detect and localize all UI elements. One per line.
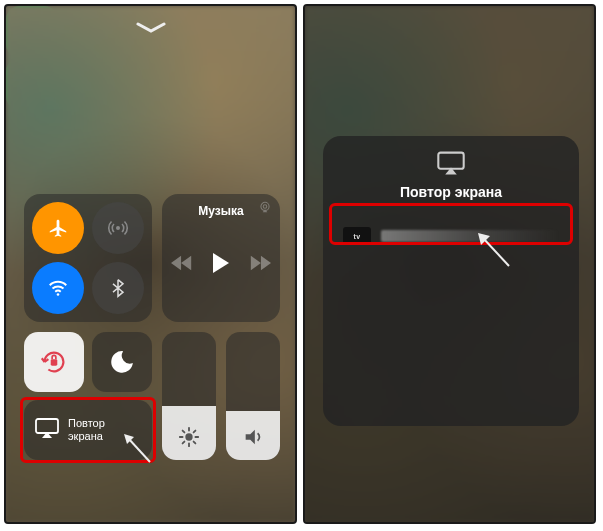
svg-line-10 [183,431,185,433]
bluetooth-toggle[interactable] [92,262,144,314]
volume-slider[interactable] [226,332,280,460]
bluetooth-icon [108,278,128,298]
play-button[interactable] [211,252,231,278]
orientation-lock-icon [39,347,69,377]
mirroring-device-row[interactable]: tv [337,218,565,254]
svg-point-2 [263,205,267,209]
phone-control-center: Музыка [4,4,297,524]
wifi-toggle[interactable] [32,262,84,314]
apple-tv-icon: tv [343,227,371,245]
svg-point-3 [261,202,269,210]
music-widget[interactable]: Музыка [162,194,280,322]
screen-mirroring-button[interactable]: Повтор экрана [24,400,152,460]
cellular-toggle[interactable] [92,202,144,254]
do-not-disturb-toggle[interactable] [92,332,152,392]
svg-line-11 [194,442,196,444]
svg-point-0 [116,226,120,230]
brightness-slider[interactable] [162,332,216,460]
airplay-video-icon [337,150,565,176]
svg-line-13 [194,431,196,433]
wifi-icon [47,277,69,299]
rewind-button[interactable] [171,254,193,276]
music-title-label: Музыка [172,204,270,218]
mirroring-panel-title: Повтор экрана [337,184,565,200]
mirroring-device-name [381,230,559,242]
svg-point-1 [57,293,60,296]
collapse-chevron[interactable] [131,20,171,36]
svg-rect-4 [51,359,58,366]
svg-rect-17 [438,153,463,169]
svg-line-12 [183,442,185,444]
airplay-audio-icon [258,200,272,218]
forward-button[interactable] [249,254,271,276]
antenna-icon [106,216,130,240]
connectivity-group [24,194,152,322]
moon-icon [109,349,135,375]
screen-mirroring-label: Повтор экрана [68,417,105,443]
mirroring-panel: Повтор экрана tv [323,136,579,426]
airplane-toggle[interactable] [32,202,84,254]
airplay-video-icon [34,417,60,443]
svg-point-5 [185,433,192,440]
orientation-lock-toggle[interactable] [24,332,84,392]
speaker-icon [242,426,264,452]
sun-icon [178,426,200,452]
svg-rect-14 [36,419,58,433]
airplane-icon [47,217,69,239]
phone-mirroring-panel: Повтор экрана tv [303,4,596,524]
